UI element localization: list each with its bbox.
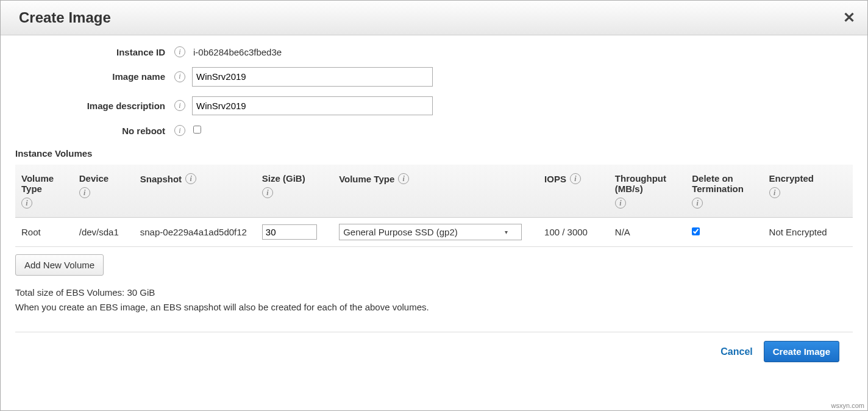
cell-device: /dev/sda1: [73, 218, 134, 247]
snapshot-note-text: When you create an EBS image, an EBS sna…: [15, 300, 853, 315]
chevron-down-icon: ▾: [505, 229, 508, 235]
add-new-volume-button[interactable]: Add New Volume: [15, 254, 104, 276]
col-delete-on-termination: Delete on Termination: [692, 173, 756, 194]
image-description-label: Image description: [15, 101, 168, 111]
info-icon[interactable]: i: [615, 198, 626, 209]
no-reboot-checkbox[interactable]: [193, 126, 201, 134]
col-iops: IOPS: [544, 174, 566, 184]
total-size-text: Total size of EBS Volumes: 30 GiB: [15, 285, 853, 300]
image-name-input[interactable]: [192, 67, 433, 87]
info-icon[interactable]: i: [185, 173, 196, 184]
volumes-table: Volume Typei Devicei Snapshoti Size (GiB…: [15, 165, 853, 247]
col-volume-type-role: Volume Type: [21, 173, 67, 194]
cell-role: Root: [15, 218, 73, 247]
cell-encrypted: Not Encrypted: [763, 218, 853, 247]
info-icon[interactable]: i: [174, 46, 185, 57]
cell-snapshot: snap-0e229a4a1ad5d0f12: [134, 218, 256, 247]
volume-type-selected: General Purpose SSD (gp2): [343, 227, 458, 237]
create-image-button[interactable]: Create Image: [764, 341, 839, 362]
col-throughput: Throughput (MB/s): [615, 173, 680, 194]
table-header-row: Volume Typei Devicei Snapshoti Size (GiB…: [15, 165, 853, 218]
col-volume-type: Volume Type: [339, 174, 394, 184]
info-icon[interactable]: i: [174, 125, 185, 136]
image-description-input[interactable]: [192, 96, 433, 116]
summary-text: Total size of EBS Volumes: 30 GiB When y…: [15, 285, 853, 315]
info-icon[interactable]: i: [262, 187, 273, 198]
cell-volume-type: General Purpose SSD (gp2) ▾: [333, 218, 538, 247]
create-image-dialog: Create Image ✕ Instance ID i i-0b6284be6…: [0, 0, 868, 411]
close-icon[interactable]: ✕: [843, 9, 855, 26]
info-icon[interactable]: i: [79, 187, 90, 198]
instance-volumes-title: Instance Volumes: [15, 148, 853, 159]
col-encrypted: Encrypted: [769, 173, 814, 184]
dialog-footer: Cancel Create Image: [15, 332, 853, 368]
volume-type-select[interactable]: General Purpose SSD (gp2) ▾: [339, 224, 522, 240]
watermark: wsxyn.com: [831, 402, 864, 409]
cell-size: [256, 218, 333, 247]
col-device: Device: [79, 173, 108, 184]
image-form: Instance ID i i-0b6284be6c3fbed3e Image …: [15, 46, 853, 136]
info-icon[interactable]: i: [570, 173, 581, 184]
dialog-title: Create Image: [19, 9, 111, 26]
cell-iops: 100 / 3000: [538, 218, 609, 247]
size-input[interactable]: [262, 224, 317, 240]
no-reboot-label: No reboot: [15, 126, 168, 136]
cell-delete-on-term: [686, 218, 763, 247]
col-size: Size (GiB): [262, 173, 305, 184]
table-row: Root /dev/sda1 snap-0e229a4a1ad5d0f12 Ge…: [15, 218, 853, 247]
info-icon[interactable]: i: [21, 198, 32, 209]
cancel-button[interactable]: Cancel: [720, 346, 752, 357]
delete-on-termination-checkbox[interactable]: [692, 227, 700, 235]
info-icon[interactable]: i: [769, 187, 780, 198]
instance-id-value: i-0b6284be6c3fbed3e: [192, 47, 853, 57]
dialog-body: Instance ID i i-0b6284be6c3fbed3e Image …: [1, 35, 867, 410]
image-name-label: Image name: [15, 71, 168, 82]
info-icon[interactable]: i: [174, 100, 185, 111]
info-icon[interactable]: i: [398, 173, 409, 184]
col-snapshot: Snapshot: [140, 174, 182, 184]
info-icon[interactable]: i: [174, 71, 185, 82]
cell-throughput: N/A: [609, 218, 686, 247]
info-icon[interactable]: i: [692, 198, 703, 209]
instance-id-label: Instance ID: [15, 47, 168, 57]
dialog-header: Create Image ✕: [1, 1, 867, 35]
